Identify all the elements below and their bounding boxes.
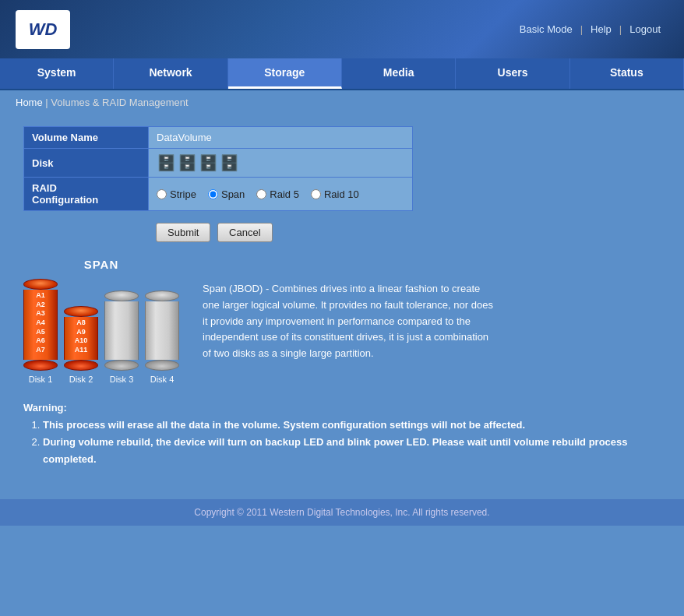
volume-name-text: DataVolume [157, 132, 212, 143]
span-title: SPAN [23, 258, 179, 271]
disk-row: Disk 🗄️ 🗄️ 🗄️ 🗄️ [24, 149, 413, 178]
diagram-section: SPAN A1A2A3A4A5A6A7 Disk 1 [23, 258, 661, 384]
logo-text: WD [29, 19, 58, 40]
volume-name-row: Volume Name DataVolume [24, 127, 413, 149]
disk4-body [145, 301, 179, 360]
disk3-body [104, 301, 139, 360]
warning-item-1-text: This process will erase all the data in … [43, 419, 525, 431]
submit-button[interactable]: Submit [156, 223, 210, 242]
raid-span-label[interactable]: Span [208, 188, 245, 200]
span-diagram: SPAN A1A2A3A4A5A6A7 Disk 1 [23, 258, 179, 384]
raid-row: RAIDConfiguration Stripe Span Raid 5 [24, 178, 413, 211]
help-link[interactable]: Help [583, 23, 619, 35]
disk1-body: A1A2A3A4A5A6A7 [23, 290, 58, 360]
disk-label: Disk [24, 149, 149, 178]
warning-item-1: This process will erase all the data in … [43, 417, 661, 434]
warning-item-2: During volume rebuild, the device will t… [43, 434, 661, 468]
logo: WD [16, 10, 70, 49]
raid-5-label[interactable]: Raid 5 [256, 188, 299, 200]
disk4-container: Disk 4 [145, 290, 179, 384]
disk1-top [23, 279, 58, 290]
footer: Copyright © 2011 Western Digital Technol… [0, 499, 684, 526]
warning-item-2-text: During volume rebuild, the device will t… [43, 436, 628, 465]
disk1-cylinder: A1A2A3A4A5A6A7 [23, 279, 58, 371]
raid-radio-group: Stripe Span Raid 5 Raid 10 [157, 188, 404, 200]
raid-stripe-label[interactable]: Stripe [157, 188, 196, 200]
disk3-container: Disk 3 [104, 290, 139, 384]
basic-mode-link[interactable]: Basic Mode [512, 23, 580, 35]
raid-5-text: Raid 5 [270, 188, 299, 200]
disk4-bottom [145, 360, 179, 371]
disk-icons: 🗄️ 🗄️ 🗄️ 🗄️ [149, 149, 413, 178]
disk3-cylinder [104, 290, 139, 371]
disk1-bottom [23, 360, 58, 371]
header-links: Basic Mode | Help | Logout [512, 23, 668, 35]
disk2-top [64, 306, 98, 317]
disk3-bottom [104, 360, 139, 371]
raid-span-text: Span [221, 188, 245, 200]
disk-icon-4: 🗄️ [220, 153, 239, 172]
disk3-top [104, 290, 139, 301]
disk4-label: Disk 4 [145, 375, 179, 384]
volume-name-label: Volume Name [24, 127, 149, 149]
disk-icons-group: 🗄️ 🗄️ 🗄️ 🗄️ [157, 153, 239, 172]
main-content: Volume Name DataVolume Disk 🗄️ 🗄️ 🗄️ 🗄️ … [0, 114, 684, 491]
disk4-cylinder [145, 290, 179, 371]
footer-text: Copyright © 2011 Western Digital Technol… [194, 507, 489, 518]
nav: System Network Storage Media Users Statu… [0, 58, 684, 90]
disk2-container: A8A9A10A11 Disk 2 [64, 306, 98, 384]
disk-icon-3: 🗄️ [199, 153, 218, 172]
span-description: Span (JBOD) - Combines drives into a lin… [203, 258, 499, 362]
disk1-label: Disk 1 [23, 375, 58, 384]
raid-stripe-radio[interactable] [157, 189, 167, 199]
nav-storage[interactable]: Storage [228, 58, 342, 89]
nav-users[interactable]: Users [456, 58, 569, 89]
logout-link[interactable]: Logout [622, 23, 668, 35]
volume-name-value: DataVolume [149, 127, 413, 149]
breadcrumb-sep: | [45, 97, 48, 108]
raid-5-radio[interactable] [256, 189, 266, 199]
volume-form: Volume Name DataVolume Disk 🗄️ 🗄️ 🗄️ 🗄️ … [23, 126, 413, 211]
raid-10-radio[interactable] [311, 189, 321, 199]
disk2-cylinder: A8A9A10A11 [64, 306, 98, 371]
nav-status[interactable]: Status [570, 58, 684, 89]
raid-label: RAIDConfiguration [24, 178, 149, 211]
disk2-label: Disk 2 [64, 375, 98, 384]
raid-span-radio[interactable] [208, 189, 218, 199]
form-buttons: Submit Cancel [156, 223, 661, 242]
cancel-button[interactable]: Cancel [217, 223, 272, 242]
breadcrumb-home[interactable]: Home [16, 97, 43, 108]
warning-title: Warning: [23, 402, 67, 414]
raid-10-label[interactable]: Raid 10 [311, 188, 359, 200]
warning-list: This process will erase all the data in … [43, 417, 661, 468]
raid-10-text: Raid 10 [324, 188, 359, 200]
nav-network[interactable]: Network [114, 58, 227, 89]
header: WD Basic Mode | Help | Logout [0, 0, 684, 58]
disk-icon-2: 🗄️ [178, 153, 197, 172]
disk2-body: A8A9A10A11 [64, 317, 98, 360]
warning-section: Warning: This process will erase all the… [23, 400, 661, 468]
disk2-labels: A8A9A10A11 [65, 319, 97, 355]
disks-row: A1A2A3A4A5A6A7 Disk 1 A8A9A10A11 [23, 279, 179, 384]
raid-options[interactable]: Stripe Span Raid 5 Raid 10 [149, 178, 413, 211]
disk1-labels: A1A2A3A4A5A6A7 [24, 291, 57, 355]
disk3-label: Disk 3 [104, 375, 139, 384]
nav-system[interactable]: System [0, 58, 114, 89]
disk4-top [145, 290, 179, 301]
raid-stripe-text: Stripe [170, 188, 196, 200]
disk-icon-1: 🗄️ [157, 153, 176, 172]
breadcrumb-current: Volumes & RAID Management [51, 97, 188, 108]
breadcrumb: Home | Volumes & RAID Management [0, 90, 684, 114]
disk2-bottom [64, 360, 98, 371]
nav-media[interactable]: Media [342, 58, 456, 89]
disk1-container: A1A2A3A4A5A6A7 Disk 1 [23, 279, 58, 384]
